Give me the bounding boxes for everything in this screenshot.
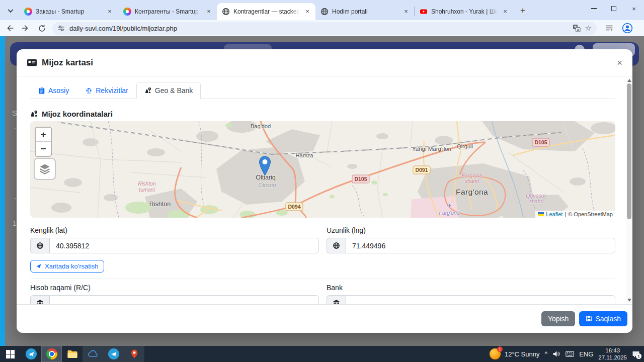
bank-input[interactable] <box>346 295 615 304</box>
start-button[interactable] <box>0 346 21 362</box>
scales-icon <box>85 87 93 94</box>
bank-icon <box>30 295 49 304</box>
maximize-icon <box>611 6 616 11</box>
osm-link[interactable]: © OpenStreetMap <box>568 211 613 217</box>
map-location-icon <box>144 87 152 94</box>
url-bar[interactable]: daily-suvi.com/19l/public/mijozlar.php ☆ <box>52 22 597 35</box>
browser-menu-icon[interactable]: ⋮ <box>639 22 644 35</box>
tray-time: 16:43 <box>598 347 627 354</box>
scroll-down-arrow[interactable] <box>627 299 631 302</box>
globe-icon <box>327 238 346 253</box>
taskbar-icon-chrome[interactable] <box>41 346 62 362</box>
map-label-oltiariq-alt: Oltiariq <box>259 182 276 188</box>
lng-input[interactable] <box>346 238 615 253</box>
weather-widget[interactable]: 1 12°C Sunny <box>490 348 540 359</box>
background-page-fragment: 1 <box>13 219 17 227</box>
coordinates-row: Kenglik (lat) Uzunlik (lng) <box>30 226 615 253</box>
save-icon <box>586 315 592 322</box>
tab-search-button[interactable] <box>4 4 17 17</box>
globe-favicon <box>222 8 230 16</box>
modal-header: Mijoz kartasi × <box>17 49 632 76</box>
modal-scrollbar[interactable] <box>626 77 632 303</box>
scroll-up-arrow[interactable] <box>627 79 631 82</box>
language-indicator[interactable]: ENG <box>579 350 593 358</box>
forward-button[interactable] <box>19 22 32 35</box>
chrome-icon <box>46 348 57 359</box>
weather-icon: 1 <box>490 348 501 359</box>
tray-expand-icon[interactable]: ^ <box>544 350 547 357</box>
tab-list-icon[interactable] <box>603 22 616 35</box>
save-label: Saqlash <box>595 315 621 323</box>
profile-avatar-icon[interactable] <box>621 22 634 35</box>
map-pin-icon <box>130 349 139 359</box>
notification-badge: 1 <box>636 353 641 359</box>
action-center-button[interactable]: 1 <box>632 350 640 358</box>
volume-icon[interactable] <box>552 350 560 357</box>
leaflet-link[interactable]: Leaflet <box>546 211 562 217</box>
tab-rekvizitlar[interactable]: Rekvizitlar <box>77 82 136 99</box>
save-button[interactable]: Saqlash <box>579 311 627 326</box>
layers-icon <box>38 162 51 175</box>
tab-close-icon[interactable]: × <box>501 8 509 16</box>
browser-tab-hodim[interactable]: Hodim portali × <box>315 3 414 20</box>
lat-field-group: Kenglik (lat) <box>30 226 319 253</box>
bank-row: Hisob raqami (R/C) Bank <box>30 284 615 304</box>
browser-tab-kontragenty[interactable]: Контрагенты - Smartup × <box>118 3 217 20</box>
map-canvas <box>30 121 615 218</box>
translate-icon[interactable] <box>573 24 581 32</box>
weather-text: 12°C Sunny <box>505 350 540 358</box>
window-close-button[interactable]: × <box>624 0 644 17</box>
taskbar-icon-maps-app[interactable] <box>124 346 144 362</box>
site-settings-icon[interactable] <box>57 25 65 32</box>
background-window-edge <box>0 36 5 346</box>
modal-close-icon[interactable]: × <box>617 58 622 67</box>
window-minimize-button[interactable] <box>584 0 604 17</box>
scrollbar-thumb[interactable] <box>627 83 631 219</box>
browser-tab-kontragentlar-active[interactable]: Kontragentlar — stacked moda × <box>217 3 315 20</box>
back-button[interactable] <box>3 22 16 35</box>
map-label-fargona: Farg'ona <box>456 188 488 197</box>
close-button[interactable]: Yopish <box>541 311 576 326</box>
show-on-map-label: Xaritada ko'rsatish <box>45 262 99 270</box>
zoom-in-button[interactable]: + <box>36 128 51 142</box>
road-badge-d091: D091 <box>413 166 430 174</box>
background-page-fragment: ▪ <box>14 126 16 131</box>
map-marker-pin[interactable] <box>259 156 271 176</box>
keyboard-icon[interactable] <box>566 351 574 357</box>
new-tab-button[interactable]: + <box>516 4 529 17</box>
bookmark-star-icon[interactable]: ☆ <box>585 24 592 33</box>
reload-button[interactable] <box>35 22 48 35</box>
ukraine-flag-icon <box>538 212 544 216</box>
show-on-map-button[interactable]: Xaritada ko'rsatish <box>30 260 104 273</box>
account-input[interactable] <box>49 295 319 304</box>
windows-taskbar: 1 12°C Sunny ^ ENG 16:43 27.11.2025 1 <box>0 346 644 362</box>
lat-label: Kenglik (lat) <box>30 226 319 234</box>
tab-close-icon[interactable]: × <box>205 8 213 16</box>
browser-tab-youtube[interactable]: Shohruhxon - Yurak | Шохрухо × <box>415 3 513 20</box>
tab-close-icon[interactable]: × <box>106 8 114 16</box>
map-label-rishton-district: Rishton <box>138 180 156 187</box>
tab-geo-bank[interactable]: Geo & Bank <box>136 82 201 99</box>
smartup-favicon <box>123 8 131 16</box>
tab-close-icon[interactable]: × <box>303 8 311 16</box>
taskbar-icon-cloud-app[interactable] <box>83 346 103 362</box>
tab-asosiy[interactable]: Asosiy <box>30 82 77 99</box>
road-badge-d105: D105 <box>352 175 369 184</box>
zoom-out-button[interactable]: − <box>36 142 51 156</box>
tab-close-icon[interactable]: × <box>402 8 410 16</box>
chevron-down-icon <box>8 7 13 13</box>
taskbar-icon-telegram-2[interactable] <box>103 346 124 362</box>
leaflet-map[interactable]: Bag'dod Hamza Yangi Marg'ilon Qirguli Ol… <box>30 121 615 218</box>
map-layers-control[interactable] <box>34 158 56 180</box>
taskbar-icon-telegram[interactable] <box>21 346 41 362</box>
window-maximize-button[interactable] <box>604 0 624 17</box>
lat-input[interactable] <box>49 238 319 253</box>
taskbar-icon-file-explorer[interactable] <box>62 346 83 362</box>
clock-widget[interactable]: 16:43 27.11.2025 <box>598 347 627 361</box>
browser-tab-zakazy[interactable]: Заказы - Smartup × <box>19 3 118 20</box>
map-label-fargona-shahri2: shahri <box>465 178 479 184</box>
bank-icon <box>327 295 346 304</box>
tab-title: Контрагенты - Smartup <box>135 8 201 15</box>
url-text[interactable]: daily-suvi.com/19l/public/mijozlar.php <box>69 25 568 32</box>
lng-label: Uzunlik (lng) <box>327 226 615 234</box>
